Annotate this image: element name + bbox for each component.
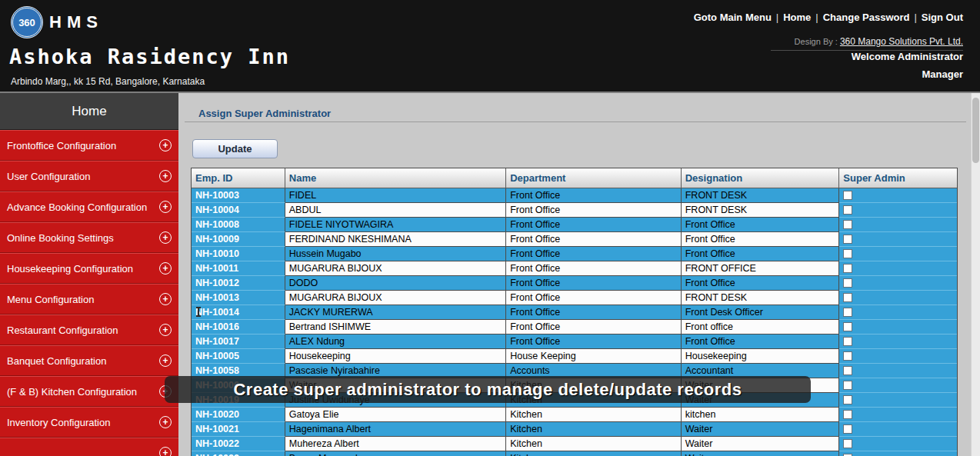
sidebar-item-label: Banquet Configuration: [7, 355, 106, 367]
super-admin-checkbox[interactable]: [843, 337, 852, 346]
super-admin-checkbox[interactable]: [843, 220, 852, 229]
plus-icon[interactable]: +: [159, 416, 172, 428]
update-button[interactable]: Update: [192, 139, 278, 158]
plus-icon[interactable]: +: [159, 201, 172, 213]
cell-designation: Front Office: [682, 276, 840, 291]
table-row: NH-10022 Muhereza Albert Kitchen Waiter: [192, 437, 957, 451]
cell-emp-id: NH-10004: [192, 203, 285, 218]
design-by-link[interactable]: 360 Mango Solutions Pvt. Ltd.: [840, 36, 963, 47]
nav-goto-main-menu[interactable]: Goto Main Menu: [694, 12, 772, 23]
super-admin-checkbox[interactable]: [843, 395, 852, 404]
plus-icon[interactable]: +: [159, 231, 172, 244]
sidebar-item-label: Housekeeping Configuration: [7, 263, 133, 275]
sidebar-menu-item[interactable]: Menu Configuration +: [0, 284, 178, 315]
top-nav: Goto Main Menu|Home|Change Password|Sign…: [694, 12, 963, 23]
cell-department: Kitchen: [506, 451, 682, 456]
cell-super-admin: [839, 261, 957, 276]
nav-home[interactable]: Home: [783, 12, 811, 23]
super-admin-checkbox[interactable]: [843, 439, 852, 448]
super-admin-checkbox[interactable]: [843, 381, 852, 390]
plus-icon[interactable]: +: [159, 324, 172, 336]
sidebar-menu-item[interactable]: +: [0, 438, 178, 456]
sidebar-menu-item[interactable]: Online Booking Settings +: [0, 222, 178, 253]
employees-table: Emp. ID Name Department Designation Supe…: [191, 168, 958, 456]
table-header-row: Emp. ID Name Department Designation Supe…: [192, 168, 957, 188]
hotel-address: Arbindo Marg,, kk 15 Rd, Bangalore, Karn…: [11, 76, 205, 87]
sidebar-item-label: Frontoffice Configuration: [7, 140, 116, 151]
sidebar-item-label: Restaurant Configuration: [7, 325, 118, 336]
nav-separator: |: [914, 12, 916, 23]
cell-designation: Waiter: [682, 451, 840, 456]
cell-department: Kitchen: [506, 422, 682, 437]
table-row: NH-10010 Hussein Mugabo Front Office Fro…: [192, 247, 957, 261]
cell-name: MUGARURA BIJOUX: [285, 261, 506, 276]
nav-change-password[interactable]: Change Password: [823, 12, 910, 23]
super-admin-checkbox[interactable]: [843, 205, 852, 215]
table-row: NH-10013 MUGARURA BIJOUX Front Office FR…: [192, 291, 957, 305]
plus-icon[interactable]: +: [159, 170, 172, 182]
plus-icon[interactable]: +: [159, 139, 172, 151]
table-body: NH-10003 FIDEL Front Office FRONT DESK N…: [192, 188, 957, 456]
role-text: Manager: [922, 68, 963, 80]
super-admin-checkbox[interactable]: [843, 264, 852, 273]
cell-designation: FRONT DESK: [682, 203, 840, 218]
cell-designation: Front Office: [682, 218, 840, 232]
cell-department: Front Office: [506, 261, 682, 276]
super-admin-checkbox[interactable]: [843, 249, 852, 258]
nav-sign-out[interactable]: Sign Out: [922, 12, 963, 23]
hotel-name: Ashoka Rasidency Inn: [9, 45, 290, 68]
sidebar-menu-item[interactable]: User Configuration +: [0, 161, 178, 191]
cell-name: Hussein Mugabo: [285, 247, 506, 261]
plus-icon[interactable]: +: [159, 447, 172, 456]
cell-super-admin: [839, 188, 957, 203]
table-row: NH-10023 Bosco Munyembaraga Kitchen Wait…: [192, 451, 957, 456]
cell-designation: Waiter: [682, 437, 840, 451]
col-header-department: Department: [506, 168, 682, 188]
cell-name: Muhereza Albert: [285, 437, 506, 451]
cell-name: Bertrand ISHIMWE: [285, 320, 506, 335]
super-admin-checkbox[interactable]: [843, 351, 852, 361]
cell-emp-id: NH-10009: [192, 232, 285, 247]
plus-icon[interactable]: +: [159, 262, 172, 275]
super-admin-checkbox[interactable]: [843, 191, 852, 200]
sidebar-menu-item[interactable]: Restaurant Configuration +: [0, 315, 178, 345]
plus-icon[interactable]: +: [159, 293, 172, 305]
cell-super-admin: [839, 364, 957, 378]
design-by-label: Design By :: [795, 37, 838, 46]
super-admin-checkbox[interactable]: [843, 366, 852, 375]
super-admin-checkbox[interactable]: [843, 322, 852, 331]
super-admin-checkbox[interactable]: [843, 308, 852, 317]
super-admin-checkbox[interactable]: [843, 278, 852, 288]
super-admin-checkbox[interactable]: [843, 424, 852, 434]
cell-name: Housekeeping: [285, 349, 506, 364]
super-admin-checkbox[interactable]: [843, 293, 852, 302]
cell-super-admin: [839, 305, 957, 320]
table-row: NH-10004 ABDUL Front Office FRONT DESK: [192, 203, 957, 218]
cell-name: DODO: [285, 276, 506, 291]
plus-icon[interactable]: +: [159, 354, 172, 367]
sidebar-menu-item[interactable]: Inventory Configuration +: [0, 407, 178, 438]
cell-emp-id: NH-10017: [192, 335, 285, 349]
sidebar-menu-item[interactable]: Advance Booking Configuration +: [0, 191, 178, 222]
sidebar-item-label: Menu Configuration: [7, 294, 94, 305]
sidebar-home[interactable]: Home: [0, 93, 178, 130]
logo-360-icon: 360: [11, 6, 43, 38]
cell-emp-id: NH-10010: [192, 247, 285, 261]
cell-designation: Housekeeping: [682, 349, 840, 364]
sidebar-menu-item[interactable]: Frontoffice Configuration +: [0, 130, 178, 161]
super-admin-checkbox[interactable]: [843, 410, 852, 419]
cell-name: FERDINAND NKESHIMANA: [285, 232, 506, 247]
super-admin-checkbox[interactable]: [843, 235, 852, 244]
sidebar-menu-item[interactable]: Banquet Configuration +: [0, 345, 178, 376]
cell-super-admin: [839, 393, 957, 408]
cell-super-admin: [839, 276, 957, 291]
cell-emp-id: NH-10021: [192, 422, 285, 437]
sidebar-item-label: Advance Booking Configuration: [7, 201, 147, 213]
cell-designation: FRONT OFFICE: [682, 261, 840, 276]
vertical-scrollbar[interactable]: [971, 93, 980, 456]
sidebar-menu-item[interactable]: (F & B) Kitchen Configuration +: [0, 376, 178, 407]
cell-designation: kitchen: [682, 408, 840, 422]
sidebar-menu-item[interactable]: Housekeeping Configuration +: [0, 253, 178, 284]
col-header-super-admin: Super Admin: [839, 168, 957, 188]
scrollbar-thumb[interactable]: [972, 98, 979, 163]
